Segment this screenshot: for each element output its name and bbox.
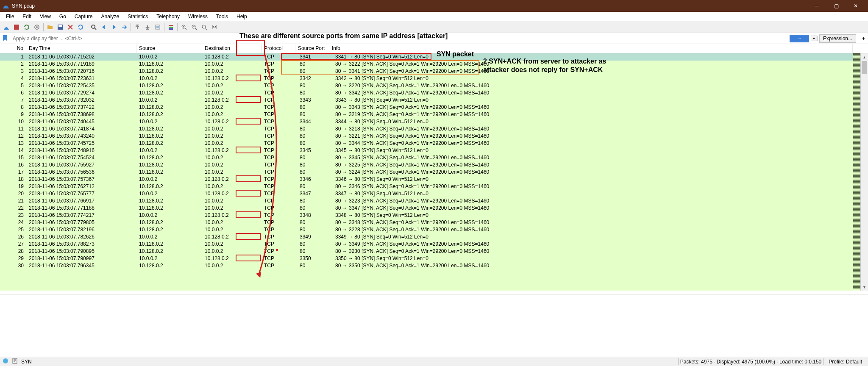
toolbar-first-packet-button[interactable] (133, 22, 142, 32)
packet-row[interactable]: 232018-11-06 15:03:07.77421710.0.0.210.1… (0, 212, 868, 219)
column-header-protocol[interactable]: Protocol (262, 44, 295, 53)
toolbar-resize-columns-button[interactable] (210, 22, 219, 32)
toolbar-start-capture-button[interactable] (2, 22, 11, 32)
packet-row[interactable]: 182018-11-06 15:03:07.75736710.0.0.210.1… (0, 176, 868, 183)
menu-wireless[interactable]: Wireless (184, 13, 212, 20)
cell-destination: 10.0.0.2 (202, 169, 262, 176)
menu-tools[interactable]: Tools (212, 13, 232, 20)
toolbar-restart-capture-button[interactable] (22, 22, 31, 32)
packet-row[interactable]: 202018-11-06 15:03:07.76577710.0.0.210.1… (0, 190, 868, 197)
column-header-no[interactable]: No (0, 44, 26, 53)
filter-history-dropdown[interactable]: ▾ (811, 36, 818, 41)
toolbar-go-to-packet-button[interactable] (120, 22, 129, 32)
packet-row[interactable]: 12018-11-06 15:03:07.71520210.0.0.210.12… (0, 53, 868, 61)
menu-file[interactable]: File (2, 13, 18, 20)
toolbar-go-forward-button[interactable] (109, 22, 119, 32)
toolbar-zoom-reset-button[interactable] (200, 22, 209, 32)
packet-row[interactable]: 42018-11-06 15:03:07.72363110.0.0.210.12… (0, 75, 868, 82)
column-header-info[interactable]: Info (329, 44, 853, 53)
cell-protocol: TCP (262, 226, 295, 233)
vertical-scrollbar[interactable]: ▴ ▾ (860, 53, 868, 291)
packet-row[interactable]: 262018-11-06 15:03:07.78262610.0.0.210.1… (0, 233, 868, 241)
svg-rect-4 (58, 25, 62, 27)
cell-info: 80 → 3225 [SYN, ACK] Seq=0 Ack=1 Win=292… (329, 161, 868, 169)
window-close-button[interactable]: ✕ (846, 0, 865, 12)
column-header-source-port[interactable]: Source Port (295, 44, 329, 53)
packet-row[interactable]: 172018-11-06 15:03:07.75653610.128.0.210… (0, 169, 868, 176)
packet-row[interactable]: 132018-11-06 15:03:07.74572510.128.0.210… (0, 140, 868, 147)
expression-button[interactable]: Expression... (819, 34, 856, 43)
display-filter-input[interactable] (11, 35, 788, 42)
packet-row[interactable]: 112018-11-06 15:03:07.74187410.128.0.210… (0, 125, 868, 133)
packet-details-pane[interactable] (0, 294, 868, 357)
cell-destination: 10.0.0.2 (202, 125, 262, 133)
packet-row[interactable]: 32018-11-06 15:03:07.72071610.128.0.210.… (0, 68, 868, 75)
cell-info: 80 → 3230 [SYN, ACK] Seq=0 Ack=1 Win=292… (329, 248, 868, 255)
packet-row[interactable]: 52018-11-06 15:03:07.72543510.128.0.210.… (0, 82, 868, 89)
toolbar-stop-capture-button[interactable] (12, 22, 21, 32)
toolbar-find-button[interactable] (89, 22, 98, 32)
packet-row[interactable]: 222018-11-06 15:03:07.77118810.128.0.210… (0, 205, 868, 212)
bookmark-icon[interactable] (2, 35, 9, 42)
toolbar-zoom-in-button[interactable] (179, 22, 189, 32)
menu-telephony[interactable]: Telephony (152, 13, 184, 20)
packet-row[interactable]: 62018-11-06 15:03:07.72927410.128.0.210.… (0, 89, 868, 97)
column-header-source[interactable]: Source (136, 44, 202, 53)
packet-row[interactable]: 92018-11-06 15:03:07.73869810.128.0.210.… (0, 111, 868, 118)
scrollbar-thumb[interactable] (862, 61, 867, 74)
status-profile[interactable]: Profile: Default (825, 359, 865, 365)
cell-protocol: TCP (262, 61, 295, 68)
filter-apply-button[interactable]: → (790, 35, 809, 42)
packet-row[interactable]: 22018-11-06 15:03:07.71918910.128.0.210.… (0, 61, 868, 68)
menu-capture[interactable]: Capture (70, 13, 97, 20)
packet-row[interactable]: 292018-11-06 15:03:07.79099710.0.0.210.1… (0, 255, 868, 262)
menu-view[interactable]: View (36, 13, 55, 20)
packet-row[interactable]: 82018-11-06 15:03:07.73742210.128.0.210.… (0, 104, 868, 111)
column-header-destination[interactable]: Destination (202, 44, 262, 53)
window-minimize-button[interactable]: ─ (807, 0, 826, 12)
cell-info: 3341 → 80 [SYN] Seq=0 Win=512 Len=0 (329, 53, 868, 61)
packet-row[interactable]: 152018-11-06 15:03:07.75452410.128.0.210… (0, 154, 868, 161)
toolbar-zoom-out-button[interactable] (189, 22, 199, 32)
expert-info-icon[interactable] (3, 358, 8, 365)
packet-row[interactable]: 282018-11-06 15:03:07.79089510.128.0.210… (0, 248, 868, 255)
packet-row[interactable]: 252018-11-06 15:03:07.78219610.128.0.210… (0, 226, 868, 233)
packet-row[interactable]: 192018-11-06 15:03:07.76271210.128.0.210… (0, 183, 868, 190)
packet-row[interactable]: 122018-11-06 15:03:07.74324010.128.0.210… (0, 133, 868, 140)
toolbar-close-button[interactable] (66, 22, 75, 32)
toolbar-last-packet-button[interactable] (143, 22, 152, 32)
menu-statistics[interactable]: Statistics (123, 13, 152, 20)
toolbar-colorize-button[interactable] (166, 22, 175, 32)
cell-daytime: 2018-11-06 15:03:07.757367 (26, 176, 136, 183)
packet-row[interactable]: 212018-11-06 15:03:07.76691710.128.0.210… (0, 197, 868, 205)
packet-row[interactable]: 102018-11-06 15:03:07.74044510.0.0.210.1… (0, 118, 868, 125)
packet-row[interactable]: 72018-11-06 15:03:07.73203210.0.0.210.12… (0, 97, 868, 104)
cell-daytime: 2018-11-06 15:03:07.715202 (26, 53, 136, 61)
cell-no: 8 (0, 104, 26, 111)
intelligent-scrollbar[interactable] (853, 53, 860, 291)
packet-row[interactable]: 242018-11-06 15:03:07.77980510.128.0.210… (0, 219, 868, 226)
packet-row[interactable]: 272018-11-06 15:03:07.78827310.128.0.210… (0, 241, 868, 248)
toolbar-auto-scroll-button[interactable] (153, 22, 162, 32)
cell-daytime: 2018-11-06 15:03:07.774217 (26, 212, 136, 219)
menu-edit[interactable]: Edit (18, 13, 36, 20)
packet-row[interactable]: 302018-11-06 15:03:07.79634510.128.0.210… (0, 262, 868, 269)
menu-analyze[interactable]: Analyze (97, 13, 124, 20)
toolbar-reload-button[interactable] (76, 22, 85, 32)
capture-file-properties-icon[interactable] (12, 358, 18, 365)
menu-go[interactable]: Go (55, 13, 70, 20)
toolbar-capture-options-button[interactable] (32, 22, 42, 32)
window-maximize-button[interactable]: ▢ (826, 0, 846, 12)
column-header-daytime[interactable]: Day Time (26, 44, 136, 53)
cell-protocol: TCP (262, 219, 295, 226)
toolbar-open-button[interactable] (45, 22, 55, 32)
packet-row[interactable]: 142018-11-06 15:03:07.74891610.0.0.210.1… (0, 147, 868, 154)
add-filter-button[interactable]: + (858, 35, 866, 42)
toolbar-go-back-button[interactable] (99, 22, 108, 32)
packet-list[interactable]: ▴ ▾ 12018-11-06 15:03:07.71520210.0.0.21… (0, 53, 868, 291)
menu-help[interactable]: Help (232, 13, 251, 20)
packet-row[interactable]: 162018-11-06 15:03:07.75592710.128.0.210… (0, 161, 868, 169)
cell-daytime: 2018-11-06 15:03:07.745725 (26, 140, 136, 147)
cell-daytime: 2018-11-06 15:03:07.738698 (26, 111, 136, 118)
toolbar-save-button[interactable] (56, 22, 65, 32)
